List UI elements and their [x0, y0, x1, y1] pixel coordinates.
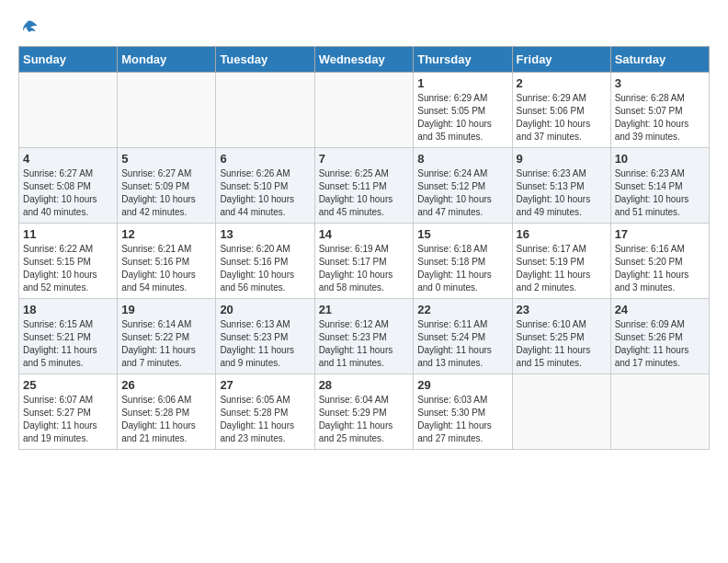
day-info: Sunrise: 6:10 AM Sunset: 5:25 PM Dayligh… — [517, 318, 607, 370]
calendar-cell: 28Sunrise: 6:04 AM Sunset: 5:29 PM Dayli… — [314, 374, 414, 450]
day-number: 6 — [220, 152, 310, 166]
weekday-header-monday: Monday — [118, 47, 216, 73]
day-number: 21 — [319, 303, 410, 316]
day-number: 26 — [121, 378, 211, 392]
day-info: Sunrise: 6:13 AM Sunset: 5:23 PM Dayligh… — [220, 318, 310, 370]
calendar-cell: 23Sunrise: 6:10 AM Sunset: 5:25 PM Dayli… — [512, 299, 610, 374]
day-info: Sunrise: 6:06 AM Sunset: 5:28 PM Dayligh… — [121, 394, 211, 445]
day-number: 10 — [615, 152, 705, 166]
calendar-cell: 25Sunrise: 6:07 AM Sunset: 5:27 PM Dayli… — [19, 374, 118, 450]
day-number: 5 — [121, 152, 211, 166]
day-info: Sunrise: 6:25 AM Sunset: 5:11 PM Dayligh… — [319, 167, 410, 219]
calendar-cell: 11Sunrise: 6:22 AM Sunset: 5:15 PM Dayli… — [19, 224, 118, 299]
day-info: Sunrise: 6:23 AM Sunset: 5:14 PM Dayligh… — [615, 167, 705, 219]
calendar-cell: 19Sunrise: 6:14 AM Sunset: 5:22 PM Dayli… — [118, 299, 216, 374]
day-info: Sunrise: 6:18 AM Sunset: 5:18 PM Dayligh… — [417, 243, 507, 294]
day-info: Sunrise: 6:24 AM Sunset: 5:12 PM Dayligh… — [417, 167, 507, 219]
day-number: 7 — [319, 152, 410, 166]
calendar-cell: 4Sunrise: 6:27 AM Sunset: 5:08 PM Daylig… — [19, 148, 118, 224]
day-info: Sunrise: 6:17 AM Sunset: 5:19 PM Dayligh… — [517, 243, 607, 294]
day-info: Sunrise: 6:23 AM Sunset: 5:13 PM Dayligh… — [517, 167, 607, 219]
day-number: 16 — [517, 227, 607, 241]
calendar-week-row: 11Sunrise: 6:22 AM Sunset: 5:15 PM Dayli… — [19, 224, 710, 299]
logo-bird-icon — [20, 18, 39, 37]
day-info: Sunrise: 6:28 AM Sunset: 5:07 PM Dayligh… — [615, 92, 705, 144]
calendar-cell: 21Sunrise: 6:12 AM Sunset: 5:23 PM Dayli… — [314, 299, 414, 374]
calendar-cell — [610, 374, 709, 450]
day-number: 2 — [517, 76, 607, 90]
calendar-cell: 20Sunrise: 6:13 AM Sunset: 5:23 PM Dayli… — [216, 299, 314, 374]
calendar-week-row: 25Sunrise: 6:07 AM Sunset: 5:27 PM Dayli… — [19, 374, 710, 450]
weekday-header-row: SundayMondayTuesdayWednesdayThursdayFrid… — [19, 47, 710, 73]
day-info: Sunrise: 6:16 AM Sunset: 5:20 PM Dayligh… — [615, 243, 705, 294]
day-number: 4 — [23, 152, 113, 166]
calendar-cell — [512, 374, 610, 450]
calendar-cell: 29Sunrise: 6:03 AM Sunset: 5:30 PM Dayli… — [414, 374, 512, 450]
day-info: Sunrise: 6:03 AM Sunset: 5:30 PM Dayligh… — [417, 394, 507, 445]
day-number: 17 — [615, 227, 705, 241]
calendar-week-row: 4Sunrise: 6:27 AM Sunset: 5:08 PM Daylig… — [19, 148, 710, 224]
day-info: Sunrise: 6:05 AM Sunset: 5:28 PM Dayligh… — [220, 394, 310, 445]
calendar-cell: 24Sunrise: 6:09 AM Sunset: 5:26 PM Dayli… — [610, 299, 709, 374]
calendar-week-row: 18Sunrise: 6:15 AM Sunset: 5:21 PM Dayli… — [19, 299, 710, 374]
calendar-cell: 22Sunrise: 6:11 AM Sunset: 5:24 PM Dayli… — [414, 299, 512, 374]
calendar-cell — [118, 73, 216, 148]
day-number: 3 — [615, 76, 705, 90]
day-number: 27 — [220, 378, 310, 392]
day-number: 25 — [23, 378, 113, 392]
day-number: 8 — [417, 152, 507, 166]
day-number: 20 — [220, 303, 310, 316]
day-number: 1 — [417, 76, 507, 90]
day-info: Sunrise: 6:15 AM Sunset: 5:21 PM Dayligh… — [23, 318, 113, 370]
day-info: Sunrise: 6:27 AM Sunset: 5:09 PM Dayligh… — [121, 167, 211, 219]
calendar-cell: 27Sunrise: 6:05 AM Sunset: 5:28 PM Dayli… — [216, 374, 314, 450]
weekday-header-sunday: Sunday — [19, 47, 118, 73]
calendar-cell — [216, 73, 314, 148]
day-info: Sunrise: 6:11 AM Sunset: 5:24 PM Dayligh… — [417, 318, 507, 370]
day-info: Sunrise: 6:04 AM Sunset: 5:29 PM Dayligh… — [319, 394, 410, 445]
calendar-cell: 3Sunrise: 6:28 AM Sunset: 5:07 PM Daylig… — [610, 73, 709, 148]
day-info: Sunrise: 6:20 AM Sunset: 5:16 PM Dayligh… — [220, 243, 310, 294]
calendar-cell: 7Sunrise: 6:25 AM Sunset: 5:11 PM Daylig… — [314, 148, 414, 224]
day-info: Sunrise: 6:07 AM Sunset: 5:27 PM Dayligh… — [23, 394, 113, 445]
calendar-cell: 1Sunrise: 6:29 AM Sunset: 5:05 PM Daylig… — [414, 73, 512, 148]
calendar-cell: 15Sunrise: 6:18 AM Sunset: 5:18 PM Dayli… — [414, 224, 512, 299]
calendar-cell: 18Sunrise: 6:15 AM Sunset: 5:21 PM Dayli… — [19, 299, 118, 374]
calendar-cell: 17Sunrise: 6:16 AM Sunset: 5:20 PM Dayli… — [610, 224, 709, 299]
day-info: Sunrise: 6:09 AM Sunset: 5:26 PM Dayligh… — [615, 318, 705, 370]
day-number: 24 — [615, 303, 705, 316]
calendar-cell: 6Sunrise: 6:26 AM Sunset: 5:10 PM Daylig… — [216, 148, 314, 224]
calendar-cell: 26Sunrise: 6:06 AM Sunset: 5:28 PM Dayli… — [118, 374, 216, 450]
day-number: 28 — [319, 378, 410, 392]
day-info: Sunrise: 6:22 AM Sunset: 5:15 PM Dayligh… — [23, 243, 113, 294]
weekday-header-thursday: Thursday — [414, 47, 512, 73]
calendar-week-row: 1Sunrise: 6:29 AM Sunset: 5:05 PM Daylig… — [19, 73, 710, 148]
calendar-cell: 10Sunrise: 6:23 AM Sunset: 5:14 PM Dayli… — [610, 148, 709, 224]
day-number: 15 — [417, 227, 507, 241]
logo — [18, 18, 39, 37]
weekday-header-tuesday: Tuesday — [216, 47, 314, 73]
day-number: 29 — [417, 378, 507, 392]
day-number: 9 — [517, 152, 607, 166]
calendar-cell: 8Sunrise: 6:24 AM Sunset: 5:12 PM Daylig… — [414, 148, 512, 224]
day-number: 22 — [417, 303, 507, 316]
day-info: Sunrise: 6:29 AM Sunset: 5:06 PM Dayligh… — [517, 92, 607, 144]
calendar-cell: 12Sunrise: 6:21 AM Sunset: 5:16 PM Dayli… — [118, 224, 216, 299]
calendar-cell — [314, 73, 414, 148]
calendar-cell: 2Sunrise: 6:29 AM Sunset: 5:06 PM Daylig… — [512, 73, 610, 148]
day-number: 23 — [517, 303, 607, 316]
day-info: Sunrise: 6:14 AM Sunset: 5:22 PM Dayligh… — [121, 318, 211, 370]
day-info: Sunrise: 6:12 AM Sunset: 5:23 PM Dayligh… — [319, 318, 410, 370]
day-info: Sunrise: 6:29 AM Sunset: 5:05 PM Dayligh… — [417, 92, 507, 144]
calendar-cell: 16Sunrise: 6:17 AM Sunset: 5:19 PM Dayli… — [512, 224, 610, 299]
day-info: Sunrise: 6:27 AM Sunset: 5:08 PM Dayligh… — [23, 167, 113, 219]
day-number: 11 — [23, 227, 113, 241]
day-number: 19 — [121, 303, 211, 316]
page-header — [18, 18, 710, 37]
day-number: 12 — [121, 227, 211, 241]
weekday-header-friday: Friday — [512, 47, 610, 73]
calendar-cell: 13Sunrise: 6:20 AM Sunset: 5:16 PM Dayli… — [216, 224, 314, 299]
calendar-cell: 9Sunrise: 6:23 AM Sunset: 5:13 PM Daylig… — [512, 148, 610, 224]
day-info: Sunrise: 6:21 AM Sunset: 5:16 PM Dayligh… — [121, 243, 211, 294]
calendar-cell: 5Sunrise: 6:27 AM Sunset: 5:09 PM Daylig… — [118, 148, 216, 224]
